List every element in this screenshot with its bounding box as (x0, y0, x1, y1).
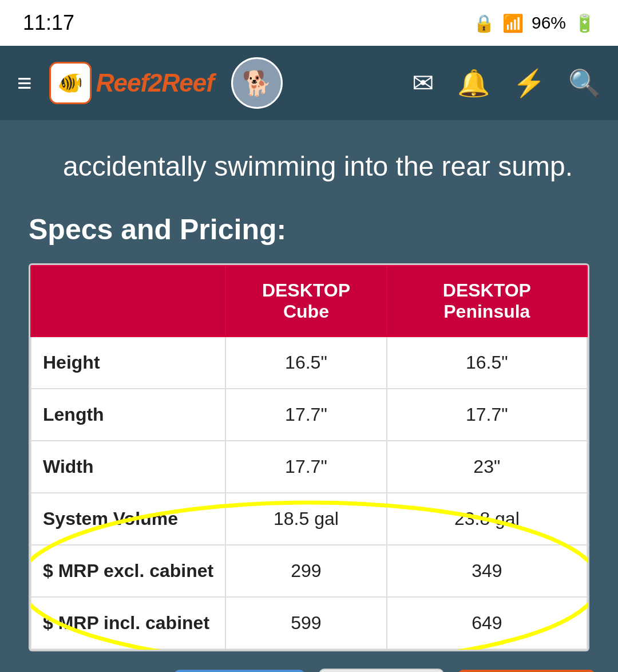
lightning-icon[interactable]: ⚡ (513, 68, 545, 98)
action-bar: 🔔 Report 👍 Like + Quote ↩ Reply (0, 651, 618, 672)
fish-icon: 🐠 (57, 71, 83, 95)
table-row: Height 16.5" 16.5" (31, 337, 587, 389)
user-avatar[interactable]: 🐕 (231, 57, 283, 109)
logo-icon: 🐠 (49, 62, 92, 104)
table-row: Width 17.7" 23" (31, 441, 587, 493)
navbar: ≡ 🐠 Reef2Reef 🐕 ✉ 🔔 ⚡ 🔍 (0, 46, 618, 120)
status-time: 11:17 (23, 11, 74, 35)
row-cube-volume: 18.5 gal (225, 493, 386, 545)
row-label-mrp-incl: $ MRP incl. cabinet (31, 597, 225, 649)
bell-icon[interactable]: 🔔 (457, 68, 490, 98)
logo-text: Reef2Reef (96, 69, 214, 97)
battery-percent: 96% (532, 13, 566, 33)
logo-text-reef1: Reef (96, 69, 148, 97)
row-label-mrp-excl: $ MRP excl. cabinet (31, 545, 225, 597)
table-header-row: DESKTOP Cube DESKTOP Peninsula (31, 266, 587, 337)
table-row: $ MRP incl. cabinet 599 649 (31, 597, 587, 649)
logo-container[interactable]: 🐠 Reef2Reef (49, 62, 214, 104)
table-row: System Volume 18.5 gal 23.8 gal (31, 493, 587, 545)
logo-text-reef2: Reef (162, 69, 214, 97)
mail-icon[interactable]: ✉ (412, 68, 434, 98)
row-label-width: Width (31, 441, 225, 493)
nav-icons: ✉ 🔔 ⚡ 🔍 (412, 68, 601, 98)
intro-text: accidentally swimming into the rear sump… (29, 137, 589, 207)
row-cube-width: 17.7" (225, 441, 386, 493)
search-icon[interactable]: 🔍 (568, 68, 601, 98)
row-peninsula-length: 17.7" (387, 389, 587, 441)
row-cube-length: 17.7" (225, 389, 386, 441)
row-peninsula-width: 23" (387, 441, 587, 493)
col-header-peninsula: DESKTOP Peninsula (387, 266, 587, 337)
row-cube-mrp-incl: 599 (225, 597, 386, 649)
row-cube-height: 16.5" (225, 337, 386, 389)
section-title: Specs and Pricing: (29, 207, 589, 263)
specs-table: DESKTOP Cube DESKTOP Peninsula Height 16… (30, 265, 588, 650)
row-cube-mrp-excl: 299 (225, 545, 386, 597)
status-icons: 🔒 📶 96% 🔋 (473, 13, 595, 33)
logo-text-2: 2 (148, 69, 161, 97)
battery-icon: 🔒 (473, 13, 494, 33)
row-peninsula-height: 16.5" (387, 337, 587, 389)
row-label-length: Length (31, 389, 225, 441)
row-peninsula-mrp-incl: 649 (387, 597, 587, 649)
like-button[interactable]: 👍 Like (174, 670, 305, 672)
content-area: accidentally swimming into the rear sump… (0, 120, 618, 651)
wifi-icon: 📶 (502, 13, 524, 33)
battery-full-icon: 🔋 (574, 13, 595, 33)
status-bar: 11:17 🔒 📶 96% 🔋 (0, 0, 618, 46)
row-label-height: Height (31, 337, 225, 389)
table-row: $ MRP excl. cabinet 299 349 (31, 545, 587, 597)
quote-button[interactable]: + Quote (319, 669, 444, 672)
row-peninsula-mrp-excl: 349 (387, 545, 587, 597)
reply-button[interactable]: ↩ Reply (458, 670, 595, 672)
col-header-cube: DESKTOP Cube (225, 266, 386, 337)
row-label-volume: System Volume (31, 493, 225, 545)
specs-table-container: DESKTOP Cube DESKTOP Peninsula Height 16… (29, 263, 589, 651)
hamburger-menu-icon[interactable]: ≡ (17, 69, 32, 97)
col-header-empty (31, 266, 225, 337)
row-peninsula-volume: 23.8 gal (387, 493, 587, 545)
table-row: Length 17.7" 17.7" (31, 389, 587, 441)
